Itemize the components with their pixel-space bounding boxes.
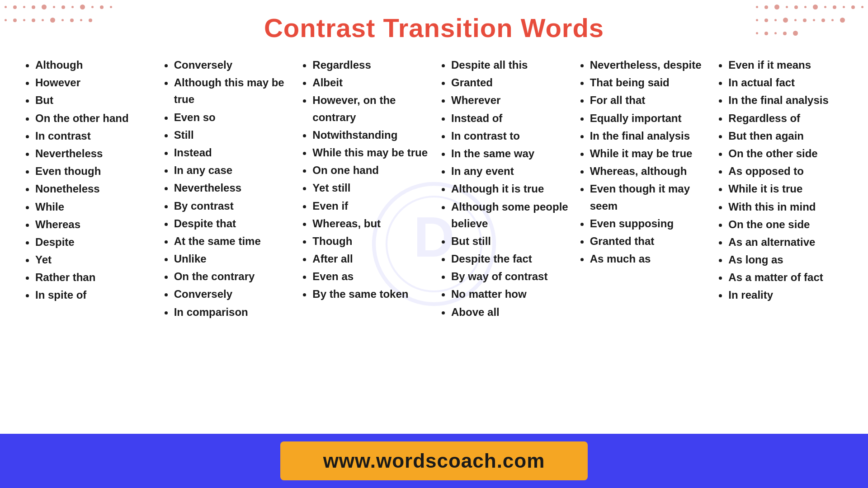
list-item: That being said [590,74,707,91]
list-item: While it is true [728,180,845,197]
list-item: By contrast [174,197,291,214]
list-item: By the same token [312,286,429,302]
list-item: In the final analysis [728,92,845,108]
list-item: In any event [451,163,568,179]
list-item: Rather than [35,269,152,286]
list-item: As a matter of fact [728,269,845,286]
list-item: Nevertheless [174,179,291,196]
list-item: Although some people believe [451,198,568,232]
list-item: Whereas [35,216,152,233]
list-item: In spite of [35,286,152,303]
list-item: However [35,74,152,91]
list-item: As much as [590,250,707,267]
list-item: Equally important [590,110,707,127]
list-item: With this in mind [728,198,845,215]
list-item: Unlike [174,250,291,267]
list-item: On one hand [312,162,429,178]
list-item: Whereas, but [312,215,429,232]
list-item: Even if [312,197,429,214]
list-item: In the same way [451,145,568,162]
list-item: Wherever [451,92,568,108]
list-col5: Nevertheless, despiteThat being saidFor … [577,56,707,267]
list-item: Regardless [312,56,429,73]
list-item: In actual fact [728,74,845,91]
list-item: Conversely [174,56,291,73]
list-item: Granted [451,74,568,91]
list-item: While it may be true [590,145,707,162]
list-item: No matter how [451,286,568,302]
list-item: Even though it may seem [590,180,707,214]
list-item: Despite all this [451,56,568,73]
list-item: Although [35,56,152,73]
title-area: Contrast Transition Words [0,0,868,43]
list-item: In the final analysis [590,127,707,144]
footer-url-box: www.wordscoach.com [280,441,588,480]
list-item: By way of contrast [451,268,568,285]
list-item: Despite that [174,215,291,232]
list-item: In contrast [35,127,152,144]
list-item: On the one side [728,216,845,233]
list-item: Whereas, although [590,163,707,179]
list-item: Conversely [174,286,291,302]
column-col3: RegardlessAlbeitHowever, on the contrary… [295,56,434,321]
list-item: Although it is true [451,180,568,197]
list-item: Notwithstanding [312,127,429,143]
list-item: While [35,198,152,215]
column-col6: Even if it meansIn actual factIn the fin… [711,56,850,321]
column-col5: Nevertheless, despiteThat being saidFor … [573,56,712,321]
list-item: But still [451,233,568,249]
list-col3: RegardlessAlbeitHowever, on the contrary… [300,56,429,303]
list-item: As an alternative [728,234,845,250]
list-col2: ConverselyAlthough this may be trueEven … [161,56,291,320]
list-item: On the other hand [35,110,152,127]
page-title: Contrast Transition Words [0,13,868,43]
list-item: But then again [728,127,845,144]
list-item: In any case [174,162,291,178]
footer-url: www.wordscoach.com [323,450,545,472]
list-item: Granted that [590,233,707,249]
column-col1: AlthoughHoweverButOn the other handIn co… [18,56,157,321]
list-item: However, on the contrary [312,92,429,125]
list-item: Yet still [312,179,429,196]
list-item: Yet [35,251,152,268]
list-item: As long as [728,251,845,268]
list-col4: Despite all thisGrantedWhereverInstead o… [439,56,568,320]
content-area: AlthoughHoweverButOn the other handIn co… [0,43,868,321]
list-item: Though [312,233,429,249]
column-col4: Despite all thisGrantedWhereverInstead o… [434,56,573,321]
list-item: Nevertheless, despite [590,56,707,73]
list-col6: Even if it meansIn actual factIn the fin… [716,56,845,304]
list-item: At the same time [174,233,291,249]
list-item: After all [312,250,429,267]
list-item: Even though [35,163,152,179]
list-item: Even if it means [728,56,845,73]
column-col2: ConverselyAlthough this may be trueEven … [157,56,296,321]
list-item: Despite the fact [451,250,568,267]
list-item: On the other side [728,145,845,162]
list-item: Albeit [312,74,429,91]
list-item: Instead of [451,110,568,127]
list-item: As opposed to [728,163,845,179]
list-item: Even as [312,268,429,285]
list-item: Despite [35,234,152,250]
list-col1: AlthoughHoweverButOn the other handIn co… [23,56,152,304]
list-item: Even so [174,109,291,126]
list-item: Regardless of [728,110,845,127]
list-item: In reality [728,286,845,303]
footer-bar: www.wordscoach.com [0,434,868,488]
list-item: In contrast to [451,127,568,144]
list-item: But [35,92,152,108]
list-item: Above all [451,304,568,320]
list-item: While this may be true [312,144,429,161]
list-item: For all that [590,92,707,108]
list-item: Nonetheless [35,180,152,197]
list-item: Instead [174,144,291,161]
list-item: Still [174,127,291,143]
list-item: Even supposing [590,215,707,232]
list-item: Although this may be true [174,74,291,108]
list-item: In comparison [174,304,291,320]
list-item: On the contrary [174,268,291,285]
list-item: Nevertheless [35,145,152,162]
